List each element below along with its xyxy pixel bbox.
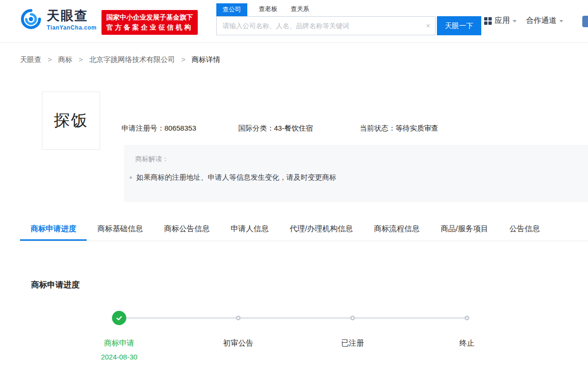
tianyancha-logo-icon — [20, 8, 42, 32]
interpretation-line: 如果商标的注册地址、申请人等信息发生变化，请及时变更商标 — [130, 173, 588, 182]
detail-tabs: 商标申请进度 商标基础信息 商标公告信息 申请人信息 代理/办理机构信息 商标流… — [20, 217, 588, 241]
breadcrumb-home[interactable]: 天眼查 — [20, 55, 41, 63]
logo-brand: 天眼查 — [47, 9, 97, 23]
tab-announcement-info[interactable]: 公告信息 — [499, 217, 550, 241]
section-title: 商标申请进度 — [31, 279, 80, 290]
timeline-track — [119, 317, 467, 319]
search-tab-company[interactable]: 查公司 — [216, 3, 247, 16]
field-current-status: 当前状态：等待实质审查 — [360, 124, 438, 133]
pending-circle-icon — [465, 316, 469, 320]
search-button[interactable]: 天眼一下 — [437, 16, 481, 35]
badge-line1: 国家中小企业发展子基金旗下 — [106, 12, 193, 22]
tab-application-progress[interactable]: 商标申请进度 — [20, 217, 87, 241]
timeline-step-terminated: 终止 — [419, 305, 515, 348]
trademark-name: 探饭 — [54, 110, 88, 132]
nav-apps[interactable]: 应用 — [484, 16, 517, 26]
tianyancha-logo[interactable]: 天眼查 TianYanCha.com — [20, 8, 97, 32]
search-input[interactable] — [216, 16, 436, 35]
field-international-class: 国际分类：43-餐饮住宿 — [238, 124, 313, 133]
field-value: 43-餐饮住宿 — [274, 124, 313, 132]
node-wrap — [419, 305, 515, 331]
step-label: 已注册 — [305, 338, 400, 348]
logo-domain: TianYanCha.com — [47, 24, 97, 31]
breadcrumb-separator: > — [48, 55, 52, 63]
breadcrumb-separator: > — [79, 55, 83, 63]
badge-line2: 官方备案企业征信机构 — [106, 22, 193, 32]
step-label: 终止 — [419, 338, 515, 348]
progress-timeline: 商标申请 2024-08-30 初审公告 已注册 终止 — [0, 305, 588, 367]
breadcrumb-company[interactable]: 北京字跳网络技术有限公司 — [89, 55, 175, 63]
interpretation-text: 如果商标的注册地址、申请人等信息发生变化，请及时变更商标 — [136, 173, 336, 182]
interpretation-title: 商标解读： — [135, 155, 588, 164]
node-wrap — [71, 305, 167, 331]
tab-gazette-info[interactable]: 商标公告信息 — [153, 217, 220, 241]
logo-text: 天眼查 TianYanCha.com — [47, 9, 97, 31]
search-tab-boss[interactable]: 查老板 — [259, 3, 277, 16]
pending-circle-icon — [350, 316, 355, 320]
tab-goods-services[interactable]: 商品/服务项目 — [430, 217, 498, 241]
field-value: 80658353 — [164, 124, 196, 132]
tab-process-info[interactable]: 商标流程信息 — [363, 217, 430, 241]
field-value: 等待实质审查 — [395, 124, 438, 132]
clear-icon[interactable]: × — [426, 21, 430, 31]
breadcrumb: 天眼查 > 商标 > 北京字跳网络技术有限公司 > 商标详情 — [20, 55, 220, 64]
check-icon — [112, 311, 126, 325]
breadcrumb-separator: > — [181, 55, 185, 63]
nav-apps-label: 应用 — [495, 16, 510, 26]
field-label: 当前状态： — [360, 124, 395, 132]
node-wrap — [191, 305, 286, 331]
trademark-image[interactable]: 探饭 — [42, 92, 100, 150]
step-label: 商标申请 — [71, 338, 167, 348]
timeline-step-registered: 已注册 — [305, 305, 400, 348]
nav-partner[interactable]: 合作通道 — [526, 16, 563, 26]
timeline-step-preliminary: 初审公告 — [191, 305, 286, 348]
certification-badge: 国家中小企业发展子基金旗下 官方备案企业征信机构 — [101, 10, 198, 35]
chevron-down-icon — [559, 20, 563, 22]
search-area: 查公司 查老板 查关系 × 天眼一下 — [216, 4, 481, 35]
step-label: 初审公告 — [191, 338, 286, 348]
search-row: × 天眼一下 — [216, 16, 481, 35]
search-tab-relation[interactable]: 查关系 — [291, 3, 309, 16]
pending-circle-icon — [236, 316, 241, 320]
field-label: 申请注册号： — [122, 124, 164, 132]
search-tabs: 查公司 查老板 查关系 — [216, 4, 481, 16]
node-wrap — [305, 305, 400, 331]
apps-grid-icon — [484, 17, 492, 25]
field-label: 国际分类： — [238, 124, 274, 132]
breadcrumb-current: 商标详情 — [192, 55, 220, 63]
trademark-detail-page: 天眼查 TianYanCha.com 国家中小企业发展子基金旗下 官方备案企业征… — [0, 0, 588, 369]
tab-applicant-info[interactable]: 申请人信息 — [220, 217, 279, 241]
tab-agency-info[interactable]: 代理/办理机构信息 — [279, 217, 363, 241]
timeline-step-applied: 商标申请 2024-08-30 — [71, 305, 167, 361]
partial-edge-icon[interactable] — [582, 16, 588, 27]
interpretation-box: 商标解读： 如果商标的注册地址、申请人等信息发生变化，请及时变更商标 — [124, 145, 588, 202]
search-input-wrap: × — [216, 16, 436, 35]
tab-basic-info[interactable]: 商标基础信息 — [87, 217, 153, 241]
step-date: 2024-08-30 — [71, 353, 167, 361]
chevron-down-icon — [513, 20, 517, 22]
bullet-dot-icon — [130, 176, 132, 179]
site-header: 天眼查 TianYanCha.com 国家中小企业发展子基金旗下 官方备案企业征… — [0, 0, 588, 43]
nav-partner-label: 合作通道 — [526, 16, 557, 26]
breadcrumb-trademark[interactable]: 商标 — [58, 55, 72, 63]
field-registration-number: 申请注册号：80658353 — [122, 124, 196, 133]
